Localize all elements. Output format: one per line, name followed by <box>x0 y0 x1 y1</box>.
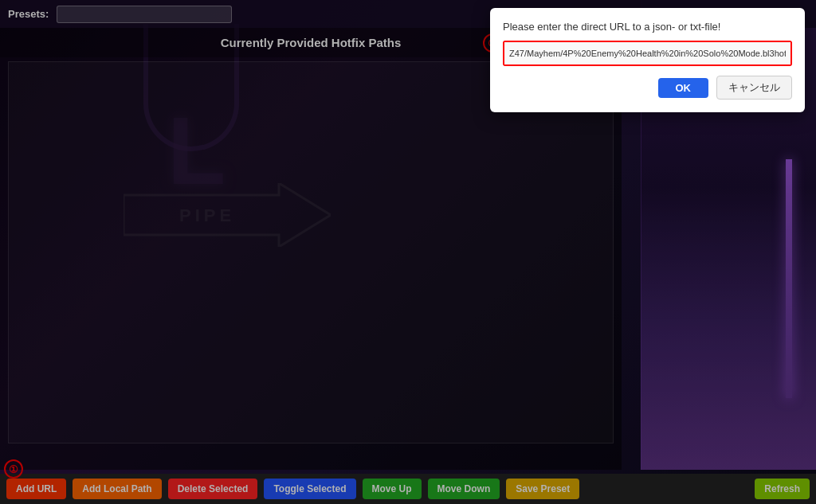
dialog-instruction: Please enter the direct URL to a json- o… <box>503 21 792 33</box>
dialog-box: Please enter the direct URL to a json- o… <box>490 8 805 112</box>
dialog-cancel-button[interactable]: キャンセル <box>716 76 792 100</box>
dialog-url-input[interactable] <box>504 42 790 64</box>
dialog-buttons: OK キャンセル <box>503 76 792 100</box>
dialog-input-wrapper <box>503 41 792 66</box>
dialog-ok-button[interactable]: OK <box>658 78 709 98</box>
